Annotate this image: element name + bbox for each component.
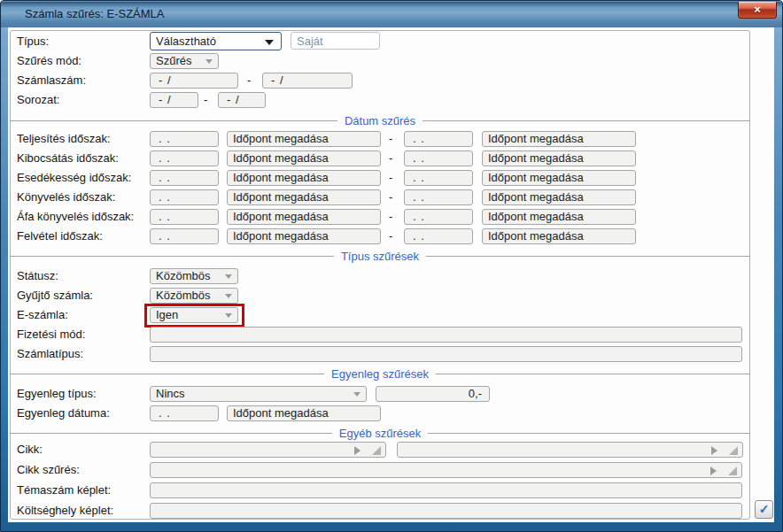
felvetel-to-date-input[interactable]: . . [404,228,473,244]
range-dash: - [247,73,251,89]
field-label-felvetel: Felvétel időszak: [17,228,103,244]
field-label-fizetesi-mod: Fizetési mód: [17,327,85,343]
afa-konyveles-from-time-button[interactable]: Időpont megadása [227,209,381,225]
konyveles-from-time-button[interactable]: Időpont megadása [227,189,381,205]
fizetesi-mod-input[interactable] [150,327,742,343]
divider-line [436,374,750,374]
statusz-dropdown[interactable]: Közömbös [150,268,238,284]
felvetel-from-time-button[interactable]: Időpont megadása [227,228,381,244]
sorozat-from-input[interactable]: - / [150,92,198,108]
gyujto-szamla-dropdown[interactable]: Közömbös [150,288,238,304]
afa-konyveles-to-date-input[interactable]: . . [404,209,473,225]
section-title: Egyenleg szűrések [331,367,429,381]
section-header-tipus-szuresek: Típus szűrések [10,248,750,264]
chevron-down-icon[interactable] [225,294,232,298]
felvetel-from-date-input[interactable]: . . [150,228,219,244]
kibocsatas-to-time-button[interactable]: Időpont megadása [482,150,636,166]
teljesites-to-date-input[interactable]: . . [404,131,473,147]
divider-line [10,120,337,121]
dialog-title: Számla szűrés: E-SZÁMLA [25,7,165,20]
szamlaszam-to-input[interactable]: - / [262,73,353,89]
field-label-szamlatipus: Számlatípus: [17,346,83,362]
egyenleg-tipus-dropdown[interactable]: Nincs [150,386,367,402]
afa-konyveles-from-date-input[interactable]: . . [150,209,219,225]
field-label-afa-konyveles: Áfa könyvelés időszak: [17,209,134,225]
divider-line [10,256,334,257]
kibocsatas-from-date-input[interactable]: . . [150,150,219,166]
tipus-value: Választható [156,35,216,48]
field-label-cikk-szures: Cikk szűrés: [17,462,80,478]
teljesites-from-date-input[interactable]: . . [150,131,219,147]
section-header-egyeb-szuresek: Egyéb szűrések [10,425,750,441]
field-label-szures-mod: Szűrés mód: [17,53,81,69]
konyveles-from-date-input[interactable]: . . [150,189,219,205]
close-button[interactable]: × [738,2,777,19]
confirm-button[interactable]: ✓ [755,500,773,519]
felvetel-to-time-button[interactable]: Időpont megadása [482,228,636,244]
teljesites-from-time-button[interactable]: Időpont megadása [227,131,381,147]
divider-line [426,256,750,257]
triangle-right-icon[interactable] [354,446,360,455]
field-label-temaszam-keplet: Témaszám képlet: [17,482,111,498]
afa-konyveles-to-time-button[interactable]: Időpont megadása [482,209,636,225]
egyenleg-datuma-time-button[interactable]: Időpont megadása [227,405,381,421]
section-header-datum-szures: Dátum szűrés [10,112,750,128]
triangle-right-icon[interactable] [710,466,717,475]
field-label-kibocsatas: Kibocsátás időszak: [17,150,119,166]
field-label-egyenleg-tipus: Egyenleg típus: [17,386,97,402]
chevron-down-icon[interactable] [265,40,274,45]
cikk-szures-picker[interactable] [150,462,742,478]
szures-mod-dropdown[interactable]: Szűrés [150,53,219,69]
triangle-corner-icon[interactable] [728,466,737,475]
chevron-down-icon[interactable] [225,274,232,279]
temaszam-keplet-input[interactable] [150,482,742,498]
chevron-down-icon[interactable] [205,59,213,64]
kibocsatas-to-date-input[interactable]: . . [404,150,473,166]
section-header-egyenleg-szuresek: Egyenleg szűrések [10,366,750,382]
konyveles-to-date-input[interactable]: . . [404,189,473,205]
section-title: Dátum szűrés [345,114,415,127]
cikk-picker-1[interactable] [150,442,386,458]
tipus-combobox[interactable]: Választható [150,32,282,50]
koltseghely-keplet-input[interactable] [150,503,742,519]
szamlaszam-from-input[interactable]: - / [150,73,238,89]
range-dash: - [389,209,392,225]
esedekesseg-from-date-input[interactable]: . . [150,170,219,186]
statusz-value: Közömbös [156,269,210,282]
titlebar[interactable]: Számla szűrés: E-SZÁMLA × [1,1,782,27]
close-icon: × [754,3,761,16]
section-title: Típus szűrések [341,250,419,263]
dialog-content: Típus: Választható Szűrés mód: Szűrés Sz… [8,27,774,522]
esedekesseg-from-time-button[interactable]: Időpont megadása [227,170,381,186]
egyenleg-datuma-input[interactable]: . . [150,405,219,421]
triangle-corner-icon[interactable] [372,446,381,455]
sajat-input[interactable] [291,32,380,50]
field-label-esedekesseg: Esedékesség időszak: [17,170,131,186]
invoice-filter-dialog: Számla szűrés: E-SZÁMLA × Típus: Választ… [0,0,783,532]
cikk-picker-2[interactable] [397,442,743,458]
egyenleg-osszeg-input[interactable]: 0,- [376,386,490,402]
teljesites-to-time-button[interactable]: Időpont megadása [482,131,636,147]
sorozat-to-input[interactable]: - / [218,92,266,108]
field-label-egyenleg-datuma: Egyenleg dátuma: [17,405,110,421]
field-label-koltseghely-keplet: Költséghely képlet: [17,503,113,519]
range-dash: - [204,92,207,108]
field-label-konyveles: Könyvelés időszak: [17,189,115,205]
divider-line [428,433,750,434]
esedekesseg-to-date-input[interactable]: . . [404,170,473,186]
egyenleg-tipus-value: Nincs [156,387,185,400]
divider-line [10,374,324,374]
field-label-tipus: Típus: [17,34,49,50]
field-label-gyujto-szamla: Gyűjtő számla: [17,288,93,304]
range-dash: - [389,170,392,186]
konyveles-to-time-button[interactable]: Időpont megadása [482,189,636,205]
szures-mod-value: Szűrés [156,54,191,67]
divider-line [423,120,750,121]
triangle-corner-icon[interactable] [729,446,738,455]
kibocsatas-from-time-button[interactable]: Időpont megadása [227,150,381,166]
triangle-right-icon[interactable] [711,446,717,455]
esedekesseg-to-time-button[interactable]: Időpont megadása [482,170,636,186]
szamlatipus-input[interactable] [150,346,742,362]
chevron-down-icon[interactable] [353,392,360,397]
range-dash: - [389,228,392,244]
